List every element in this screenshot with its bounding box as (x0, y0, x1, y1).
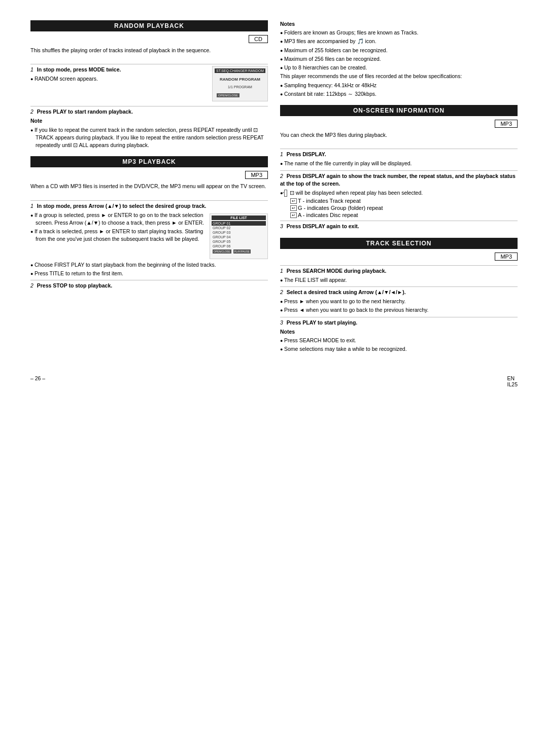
repeat-g-icon: ↩ (290, 205, 297, 211)
repeat-item-t: ↩ T - indicates Track repeat (290, 198, 518, 204)
mp3-step1: 1 In stop mode, press Arrow (▲/▼) to sel… (30, 200, 268, 210)
mp3-playback-section: MP3 PLAYBACK MP3 When a CD with MP3 file… (30, 156, 268, 290)
random-playback-intro: This shuffles the playing order of track… (30, 47, 268, 54)
screen-bar-top: ST.SEQ.CHANGERRANDOM (215, 68, 265, 73)
track-notes: Press SEARCH MODE to exit. Some selectio… (280, 337, 518, 353)
screen-row-2: 1/1 PROGRAM (215, 85, 265, 89)
repeat-icon-main: ↩ (284, 190, 288, 196)
left-column: RANDOM PLAYBACK CD This shuffles the pla… (30, 20, 268, 360)
on-screen-title: ON-SCREEN INFORMATION (280, 105, 518, 116)
on-screen-step1: 1 Press DISPLAY. (280, 149, 518, 158)
mp3-screen-row-2: GROUP 02 (212, 226, 266, 230)
on-screen-step2-bullets: ↩ ⊡ will be displayed when repeat play h… (280, 189, 518, 197)
repeat-item-g: ↩ G - indicates Group (folder) repeat (290, 205, 518, 211)
track-selection-badge: MP3 (495, 253, 518, 261)
repeat-t-text: T - indicates Track repeat (298, 198, 361, 204)
notes-specs-intro: This player recommends the use of files … (280, 73, 518, 80)
on-screen-step1-bullets: The name of the file currently in play w… (280, 160, 518, 167)
mp3-step1-bullets-2: Choose FIRST PLAY to start playback from… (30, 261, 268, 277)
track-step2-bullets: Press ► when you want to go to the next … (280, 298, 518, 314)
on-screen-section: ON-SCREEN INFORMATION MP3 You can check … (280, 105, 518, 231)
on-screen-badge: MP3 (495, 120, 518, 128)
random-step2: 2 Press PLAY to start random playback. (30, 106, 268, 116)
track-step1: 1 Press SEARCH MODE during playback. (280, 265, 518, 275)
random-playback-title: RANDOM PLAYBACK (30, 20, 268, 31)
page-lang-code: EN IL25 (507, 375, 518, 387)
screen-row-1: RANDOM PROGRAM (215, 77, 265, 82)
on-screen-step3: 3 Press DISPLAY again to exit. (280, 221, 518, 230)
mp3-screen-row-3: GROUP 03 (212, 230, 266, 235)
track-step1-bullets: The FILE LIST will appear. (280, 276, 518, 284)
page-number: – 26 – (30, 375, 45, 387)
mp3-screen-row-1: GROUP 01 (212, 221, 266, 226)
random-screen-image: ST.SEQ.CHANGERRANDOM RANDOM PROGRAM 1/1 … (212, 66, 268, 101)
mp3-screen-image: FILE LIST GROUP 01 GROUP 02 GROUP 03 GRO… (210, 213, 268, 259)
mp3-playback-badge: MP3 (245, 171, 268, 179)
random-notes: If you like to repeat the current track … (30, 126, 268, 150)
mp3-screen-row-5: GROUP 05 (212, 239, 266, 244)
track-selection-title: TRACK SELECTION (280, 238, 518, 249)
repeat-g-text: G - indicates Group (folder) repeat (298, 205, 383, 211)
mp3-screen-header: FILE LIST (212, 215, 266, 220)
footer: – 26 – EN IL25 (30, 375, 518, 387)
mp3-playback-intro: When a CD with MP3 files is inserted in … (30, 183, 268, 190)
track-selection-section: TRACK SELECTION MP3 1 Press SEARCH MODE … (280, 238, 518, 353)
mp3-screen-row-4: GROUP 04 (212, 235, 266, 239)
track-step2: 2 Select a desired track using Arrow (▲/… (280, 286, 518, 296)
random-note-label: Note (30, 117, 268, 125)
track-step3: 3 Press PLAY to start playing. (280, 317, 518, 327)
repeat-item-a: ↩ A - indicates Disc repeat (290, 212, 518, 218)
mp3-screen-row-6: GROUP 06 (212, 244, 266, 248)
repeat-a-text: A - indicates Disc repeat (298, 212, 358, 218)
mp3-playback-title: MP3 PLAYBACK (30, 156, 268, 167)
right-column: Notes Folders are known as Groups; files… (280, 20, 518, 360)
notes-label: Notes (280, 21, 295, 27)
track-notes-label: Notes (280, 328, 518, 336)
repeat-items: ↩ T - indicates Track repeat ↩ G - indic… (290, 198, 518, 218)
random-playback-badge: CD (249, 35, 268, 43)
repeat-a-icon: ↩ (290, 212, 297, 218)
mp3-step2: 2 Press STOP to stop playback. (30, 280, 268, 290)
on-screen-intro: You can check the MP3 files during playb… (280, 131, 518, 139)
notes-section: Notes Folders are known as Groups; files… (280, 20, 518, 98)
notes-list: Folders are known as Groups; files are k… (280, 29, 518, 71)
on-screen-step2: 2 Press DISPLAY again to show the track … (280, 170, 518, 188)
random-playback-section: RANDOM PLAYBACK CD This shuffles the pla… (30, 20, 268, 149)
notes-specs: Sampling frequency: 44.1kHz or 48kHz Con… (280, 82, 518, 98)
repeat-t-icon: ↩ (290, 198, 297, 204)
